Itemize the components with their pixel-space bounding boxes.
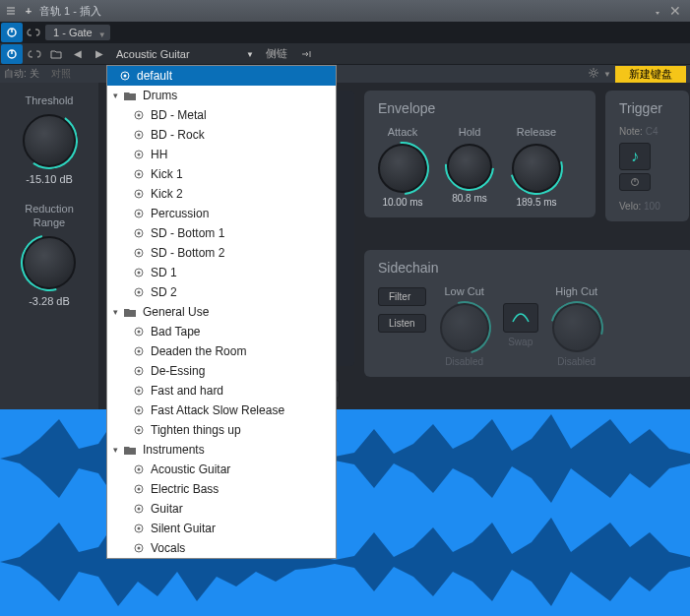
window-titlebar: + 音轨 1 - 插入 ✕ <box>0 0 690 22</box>
preset-item[interactable]: SD 1 <box>107 263 336 282</box>
preset-item-default[interactable]: default <box>107 66 336 86</box>
lowcut-knob[interactable] <box>440 303 489 352</box>
svg-point-41 <box>138 468 141 471</box>
preset-item[interactable]: De-Essing <box>107 361 336 381</box>
svg-point-39 <box>138 429 141 432</box>
highcut-disabled: Disabled <box>557 356 596 367</box>
attack-value: 10.00 ms <box>382 197 422 208</box>
attack-knob[interactable] <box>378 144 427 193</box>
preset-item[interactable]: Electric Bass <box>107 479 336 499</box>
preset-icon <box>131 541 147 555</box>
folder-icon <box>123 444 139 456</box>
close-icon[interactable]: ✕ <box>668 4 682 18</box>
new-keyboard-button[interactable]: 新建键盘 <box>615 66 686 83</box>
highcut-knob[interactable] <box>552 303 601 352</box>
preset-icon <box>131 128 147 142</box>
release-knob[interactable] <box>512 144 561 193</box>
link-small-icon[interactable] <box>25 45 44 63</box>
preset-icon <box>131 266 147 279</box>
range-value: -3.28 dB <box>29 295 70 307</box>
folder-icon <box>123 90 139 101</box>
sidechain-title: Sidechain <box>378 260 680 276</box>
plugin-tab[interactable]: 1 - Gate ▼ <box>45 25 110 40</box>
highcut-label: High Cut <box>555 285 597 297</box>
preset-item-label: Fast and hard <box>151 384 223 398</box>
power-button[interactable] <box>1 23 23 42</box>
svg-point-31 <box>138 350 141 353</box>
trigger-power-button[interactable] <box>619 173 651 191</box>
preset-item[interactable]: Percussion <box>107 204 336 223</box>
trigger-title: Trigger <box>619 100 675 116</box>
hold-knob[interactable] <box>447 144 492 189</box>
gear-icon[interactable] <box>588 67 601 81</box>
preset-item-label: SD - Bottom 2 <box>151 246 224 260</box>
midi-note-icon[interactable]: ♪ <box>619 143 651 170</box>
preset-item[interactable]: Kick 2 <box>107 184 336 204</box>
preset-icon <box>131 462 147 476</box>
preset-item[interactable]: Fast Attack Slow Release <box>107 400 336 420</box>
link-icon[interactable] <box>24 23 43 42</box>
preset-icon <box>131 522 147 535</box>
preset-item[interactable]: Deaden the Room <box>107 341 336 361</box>
preset-icon <box>131 325 147 339</box>
preset-item[interactable]: SD - Bottom 1 <box>107 223 336 243</box>
svg-point-21 <box>138 232 141 235</box>
preset-icon <box>131 167 147 181</box>
envelope-panel: Envelope Attack 10.00 ms Hold 80.8 ms Re… <box>364 91 596 217</box>
preset-icon <box>131 187 147 201</box>
add-icon[interactable]: + <box>22 4 35 18</box>
listen-button[interactable]: Listen <box>378 314 426 333</box>
category-label: Drums <box>143 89 177 102</box>
preset-selector[interactable]: Acoustic Guitar ▼ <box>110 46 258 62</box>
reduction-label: Reduction <box>25 203 74 215</box>
preset-item[interactable]: Acoustic Guitar <box>107 460 336 479</box>
bypass-button[interactable] <box>1 44 23 64</box>
preset-name: Acoustic Guitar <box>116 48 190 60</box>
preset-category[interactable]: ▾Instruments <box>107 440 336 460</box>
threshold-knob[interactable] <box>23 114 76 167</box>
folder-icon[interactable] <box>46 45 66 63</box>
preset-item[interactable]: SD - Bottom 2 <box>107 243 336 263</box>
preset-item-label: Vocals <box>151 541 185 555</box>
preset-item[interactable]: HH <box>107 145 336 164</box>
automation-label[interactable]: 自动: 关 <box>4 67 39 81</box>
category-label: General Use <box>143 305 209 319</box>
preset-category[interactable]: ▾Drums <box>107 86 336 105</box>
expand-icon[interactable] <box>296 45 316 63</box>
sidechain-button[interactable]: 侧链 <box>258 44 295 63</box>
preset-item[interactable]: Tighten things up <box>107 420 336 440</box>
svg-point-11 <box>138 134 141 137</box>
svg-point-33 <box>138 370 141 373</box>
prev-preset-icon[interactable]: ◀ <box>68 45 88 63</box>
preset-item[interactable]: SD 2 <box>107 282 336 302</box>
preset-item[interactable]: BD - Rock <box>107 125 336 145</box>
preset-item[interactable]: Silent Guitar <box>107 519 336 538</box>
preset-item-label: BD - Rock <box>151 128 205 142</box>
next-preset-icon[interactable]: ▶ <box>90 45 109 63</box>
menu-icon[interactable] <box>4 4 18 18</box>
preset-icon <box>117 69 133 83</box>
category-label: Instruments <box>143 443 205 457</box>
lowcut-label: Low Cut <box>445 285 484 297</box>
compare-label[interactable]: 对照 <box>51 67 71 81</box>
swap-button[interactable] <box>503 303 538 333</box>
chevron-down-icon: ▼ <box>603 70 611 79</box>
window-title: 音轨 1 - 插入 <box>39 4 101 19</box>
chevron-down-icon: ▼ <box>246 50 254 59</box>
filter-button[interactable]: Filter <box>378 287 426 306</box>
preset-icon <box>131 226 147 240</box>
preset-item[interactable]: Guitar <box>107 499 336 519</box>
preset-item[interactable]: Fast and hard <box>107 381 336 400</box>
pin-icon[interactable] <box>651 4 664 18</box>
preset-item[interactable]: BD - Metal <box>107 105 336 125</box>
preset-item[interactable]: Bad Tape <box>107 322 336 341</box>
sidechain-panel: Sidechain Filter Listen Low Cut Disabled… <box>364 250 690 377</box>
audio-waveform[interactable] <box>0 409 690 616</box>
preset-item-label: Silent Guitar <box>151 522 216 535</box>
preset-dropdown: default ▾DrumsBD - MetalBD - RockHHKick … <box>106 65 337 559</box>
range-knob[interactable] <box>23 236 76 289</box>
preset-item[interactable]: Vocals <box>107 538 336 558</box>
preset-category[interactable]: ▾General Use <box>107 302 336 322</box>
preset-item[interactable]: Kick 1 <box>107 164 336 184</box>
svg-point-49 <box>138 547 141 550</box>
